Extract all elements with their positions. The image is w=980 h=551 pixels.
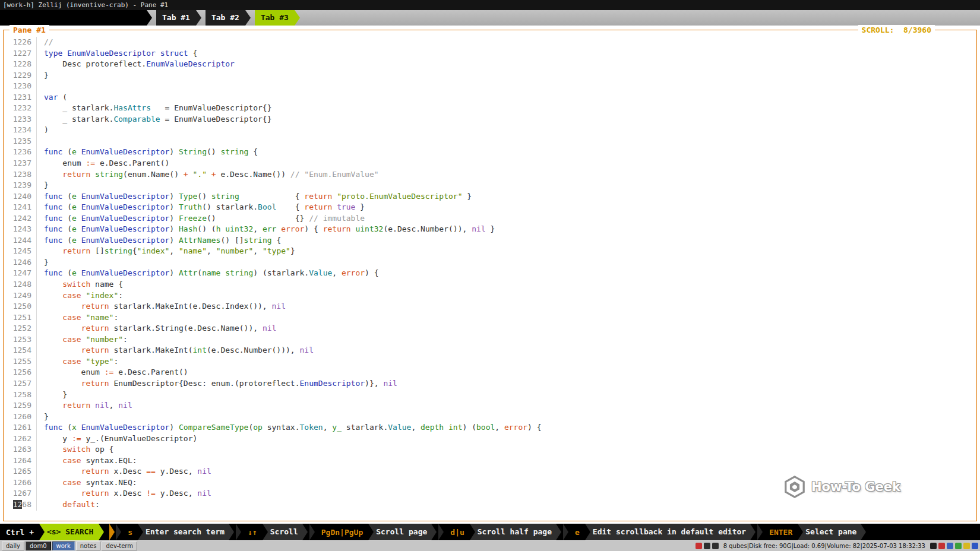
line-number: 1256 — [4, 367, 37, 378]
taskbar-button-notes[interactable]: notes — [76, 542, 101, 550]
code-text: _ starlark.HasAttrs = EnumValueDescripto… — [37, 103, 272, 114]
code-text: func (e EnumValueDescriptor) String() st… — [37, 147, 258, 158]
code-text: case "name": — [37, 312, 118, 324]
code-text: case syntax.NEQ: — [37, 477, 137, 489]
code-text: return []string{"index", "name", "number… — [37, 246, 295, 257]
line-number: 1260 — [4, 411, 37, 423]
line-number: 1254 — [4, 345, 37, 356]
code-text: } — [37, 70, 49, 81]
code-text: func (x EnumValueDescriptor) CompareSame… — [37, 422, 542, 433]
line-number: 1244 — [4, 235, 37, 246]
howtogeek-watermark-text: How-To Geek — [811, 480, 900, 494]
line-number: 1246 — [4, 257, 37, 268]
pane-area: Pane #1 SCROLL: 8/3960 1226//1227type En… — [0, 26, 980, 524]
code-line: 1233 _ starlark.Comparable = EnumValueDe… — [4, 114, 976, 125]
code-text: func (e EnumValueDescriptor) Freeze() {}… — [37, 213, 365, 224]
taskbar-button-daily[interactable]: daily — [2, 542, 24, 550]
code-text: return x.Desc != y.Desc, nil — [37, 488, 211, 499]
taskbar-buttons: dailydom0worknotesdev-term — [2, 542, 137, 550]
audio-icon[interactable] — [712, 543, 719, 549]
update-alert-icon[interactable] — [696, 543, 702, 549]
code-line: 1231var ( — [4, 92, 976, 103]
code-text: func (e EnumValueDescriptor) Attr(name s… — [37, 268, 379, 279]
domain-red-icon[interactable] — [938, 543, 945, 549]
tray-left-icons — [696, 543, 719, 549]
code-text: return string(enum.Name() + "." + e.Desc… — [37, 169, 379, 180]
line-number: 1253 — [4, 334, 37, 346]
line-number: 1247 — [4, 268, 37, 279]
taskbar-button-work[interactable]: work — [52, 542, 75, 550]
screen: [work-h] Zellij (inventive-crab) - Pane … — [0, 0, 980, 551]
line-number: 1250 — [4, 301, 37, 312]
line-number: 1252 — [4, 323, 37, 334]
code-line: 1259 return nil, nil — [4, 400, 976, 411]
code-line: 1249 case "index": — [4, 290, 976, 302]
howtogeek-logo-icon — [783, 476, 806, 498]
keyboard-layout-icon[interactable] — [972, 543, 978, 549]
tab-2[interactable]: Tab #2 — [206, 10, 245, 26]
taskbar-button-dev-term[interactable]: dev-term — [102, 542, 137, 550]
code-line: 1240func (e EnumValueDescriptor) Type() … — [4, 191, 976, 202]
code-text: switch op { — [37, 444, 113, 455]
hint-key-4: d|u — [445, 528, 469, 537]
tray-right-icons — [930, 543, 978, 549]
line-number: 1227 — [4, 48, 37, 59]
tab-1[interactable]: Tab #1 — [156, 10, 196, 26]
code-text: return starlark.MakeInt(int(e.Desc.Numbe… — [37, 345, 314, 356]
code-line: 1260} — [4, 411, 976, 423]
code-text: } — [37, 180, 49, 191]
line-number: 1263 — [4, 444, 37, 455]
line-number: 1258 — [4, 390, 37, 401]
domain-blue-icon[interactable] — [947, 543, 953, 549]
code-line: 1237 enum := e.Desc.Parent() — [4, 158, 976, 169]
devices-icon[interactable] — [930, 543, 937, 549]
line-number: 1240 — [4, 191, 37, 202]
code-line: 1248 switch name { — [4, 279, 976, 290]
taskbar-button-dom0[interactable]: dom0 — [26, 542, 51, 550]
line-number: 1265 — [4, 466, 37, 477]
code-line: 1227type EnumValueDescriptor struct { — [4, 48, 976, 59]
domain-yellow-icon[interactable] — [963, 543, 970, 549]
code-scrollback[interactable]: 1226//1227type EnumValueDescriptor struc… — [4, 37, 976, 521]
code-line: 1245 return []string{"index", "name", "n… — [4, 246, 976, 257]
line-number: 1235 — [4, 136, 37, 147]
hint-separator-icon — [116, 524, 121, 540]
code-line: 1264 case syntax.EQL: — [4, 455, 976, 467]
code-text: // — [37, 37, 53, 48]
line-number: 1262 — [4, 433, 37, 445]
code-line: 1232 _ starlark.HasAttrs = EnumValueDesc… — [4, 103, 976, 114]
code-line: 1236func (e EnumValueDescriptor) String(… — [4, 147, 976, 158]
tab-3[interactable]: Tab #3 — [255, 10, 295, 26]
hint-separator-icon — [236, 524, 241, 540]
network-icon[interactable] — [704, 543, 710, 549]
line-number: 1239 — [4, 180, 37, 191]
code-line: 1241func (e EnumValueDescriptor) Truth()… — [4, 202, 976, 213]
code-line: 1257 return EnumDescriptor{Desc: enum.(p… — [4, 378, 976, 390]
code-line: 1263 switch op { — [4, 444, 976, 455]
code-line: 1254 return starlark.MakeInt(int(e.Desc.… — [4, 345, 976, 356]
window-title: [work-h] Zellij (inventive-crab) - Pane … — [3, 1, 168, 9]
hint-desc-4: Scroll half page — [470, 524, 556, 540]
cursor-block: 12 — [13, 500, 23, 509]
line-number: 1245 — [4, 246, 37, 257]
code-line: 1243func (e EnumValueDescriptor) Hash() … — [4, 224, 976, 235]
line-number: 1241 — [4, 202, 37, 213]
tab-list: Tab #1Tab #2Tab #3 — [156, 10, 304, 26]
code-text: switch name { — [37, 279, 123, 290]
code-text: func (e EnumValueDescriptor) Hash() (h u… — [37, 224, 495, 235]
line-number: 1255 — [4, 356, 37, 368]
line-number: 1268 — [4, 499, 37, 511]
hint-key-6: ENTER — [764, 528, 798, 537]
code-text — [37, 136, 44, 147]
line-number: 1243 — [4, 224, 37, 235]
taskbar: dailydom0worknotesdev-term 8 qubes|Disk … — [0, 540, 980, 551]
ctrl-modifier-hint: Ctrl + — [5, 528, 39, 537]
code-line: 1250 return starlark.MakeInt(e.Desc.Inde… — [4, 301, 976, 312]
code-text — [37, 81, 44, 92]
code-line: 1244func (e EnumValueDescriptor) AttrNam… — [4, 235, 976, 246]
domain-green-icon[interactable] — [955, 543, 962, 549]
pane-1[interactable]: Pane #1 SCROLL: 8/3960 1226//1227type En… — [3, 30, 977, 521]
code-line: 1268 default: — [4, 499, 976, 511]
code-line: 1228 Desc protoreflect.EnumValueDescript… — [4, 59, 976, 70]
hint-desc-6: Select pane — [798, 524, 861, 540]
